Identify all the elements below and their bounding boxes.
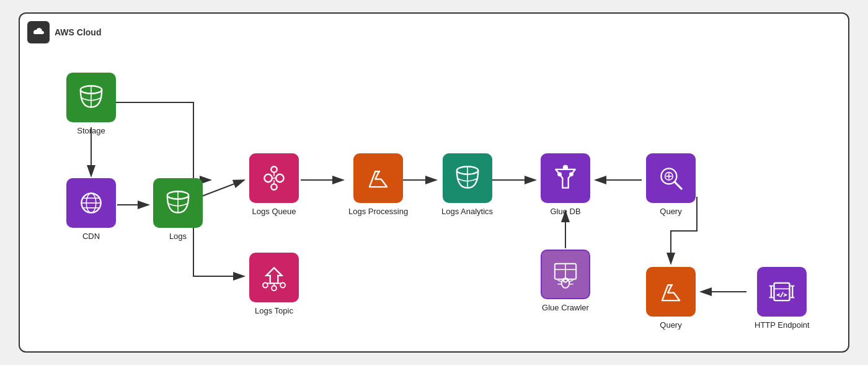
- storage-icon-box: [66, 73, 116, 122]
- node-query: Query: [646, 153, 696, 216]
- logs-analytics-label: Logs Analytics: [441, 207, 493, 216]
- aws-cloud-label: AWS Cloud: [27, 21, 101, 43]
- svg-point-37: [563, 165, 568, 170]
- node-logs-analytics: Logs Analytics: [441, 153, 493, 216]
- svg-line-50: [675, 182, 681, 189]
- query-label: Query: [660, 207, 681, 216]
- svg-point-23: [271, 184, 277, 189]
- logs-analytics-icon-box: [443, 153, 492, 203]
- node-cdn: CDN: [66, 178, 116, 241]
- logs-processing-icon-box: [353, 153, 403, 203]
- svg-point-20: [264, 174, 272, 182]
- glue-db-label: Glue DB: [550, 207, 580, 216]
- query-icon-box: [646, 153, 696, 203]
- http-icon-box: </>: [757, 267, 807, 317]
- cdn-icon-box: [66, 178, 116, 228]
- logs-queue-icon-box: [249, 153, 299, 203]
- svg-line-46: [569, 280, 573, 281]
- http-endpoint-label: HTTP Endpoint: [755, 320, 810, 330]
- node-glue-crawler: Glue Crawler: [541, 250, 590, 312]
- query2-label: Query: [660, 320, 681, 330]
- node-logs-queue: Logs Queue: [249, 153, 299, 216]
- cdn-label: CDN: [82, 232, 100, 241]
- node-logs-processing: Logs Processing: [348, 153, 408, 216]
- diagram-container: AWS Cloud: [19, 12, 849, 353]
- logs-topic-icon-box: [249, 253, 299, 302]
- svg-point-44: [564, 278, 567, 282]
- svg-point-22: [271, 166, 277, 172]
- svg-marker-36: [556, 169, 575, 188]
- aws-cloud-text: AWS Cloud: [55, 27, 101, 37]
- aws-cloud-icon: [27, 21, 50, 43]
- logs-label: Logs: [169, 232, 187, 241]
- svg-point-29: [272, 286, 277, 291]
- node-http-endpoint: </> HTTP Endpoint: [755, 267, 810, 330]
- svg-point-39: [569, 173, 573, 176]
- logs-topic-label: Logs Topic: [255, 306, 293, 315]
- arrows-overlay: [20, 14, 848, 351]
- node-storage: Storage: [66, 73, 116, 135]
- node-query2: Query: [646, 267, 696, 330]
- svg-marker-27: [267, 268, 282, 283]
- svg-line-45: [558, 280, 562, 281]
- node-logs: Logs: [153, 178, 203, 241]
- svg-point-38: [558, 173, 562, 176]
- glue-db-icon-box: [541, 153, 590, 203]
- logs-queue-label: Logs Queue: [252, 207, 296, 216]
- query2-icon-box: [646, 267, 696, 317]
- storage-label: Storage: [77, 126, 105, 135]
- logs-processing-label: Logs Processing: [348, 207, 408, 216]
- svg-point-21: [276, 174, 284, 182]
- node-glue-db: Glue DB: [541, 153, 590, 216]
- node-logs-topic: Logs Topic: [249, 253, 299, 315]
- glue-crawler-label: Glue Crawler: [542, 303, 589, 312]
- glue-crawler-icon-box: [541, 250, 590, 299]
- logs-icon-box: [153, 178, 203, 228]
- svg-text:</>: </>: [777, 291, 787, 298]
